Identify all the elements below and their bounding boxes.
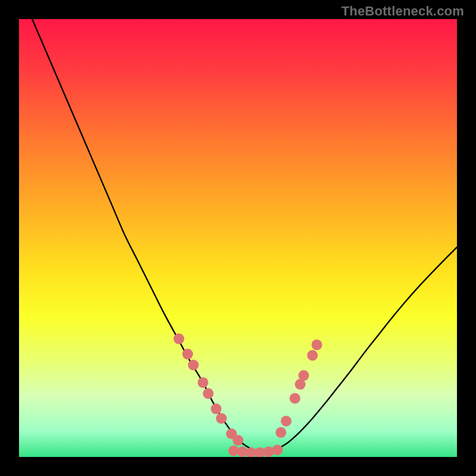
bottleneck-curve <box>32 19 457 453</box>
data-dot <box>174 333 184 344</box>
data-dot <box>216 413 227 424</box>
chart-frame: TheBottleneck.com <box>0 0 476 476</box>
data-dot <box>272 444 283 455</box>
data-dot <box>188 359 199 370</box>
watermark-text: TheBottleneck.com <box>342 4 464 19</box>
data-dot <box>233 435 243 446</box>
data-dot <box>275 427 286 438</box>
data-dot <box>198 377 208 388</box>
data-dot <box>203 388 214 399</box>
data-dots <box>174 333 322 457</box>
data-dot <box>298 370 309 381</box>
data-dot <box>281 416 292 427</box>
data-dot <box>307 350 318 361</box>
data-dot <box>290 393 300 403</box>
data-dot <box>182 349 193 359</box>
curve-layer <box>19 19 457 457</box>
plot-area <box>19 19 457 457</box>
data-dot <box>311 340 322 350</box>
data-dot <box>211 403 221 414</box>
